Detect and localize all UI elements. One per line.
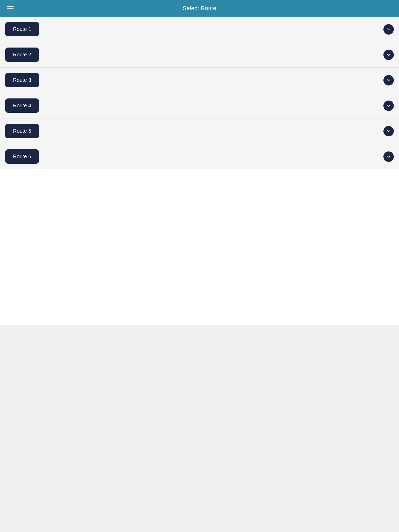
- route-chevron-3[interactable]: [383, 75, 394, 85]
- route-item[interactable]: Route 6: [0, 144, 399, 169]
- route-badge-2[interactable]: Route 2: [5, 48, 39, 62]
- route-item[interactable]: Route 4: [0, 93, 399, 118]
- content-area: [0, 169, 399, 325]
- chevron-down-icon: [386, 52, 391, 57]
- routes-list: Route 1 Route 2 Route 3 Route 4 Route 5 …: [0, 17, 399, 169]
- menu-button[interactable]: [5, 4, 16, 12]
- hamburger-line-1: [7, 6, 14, 7]
- route-badge-3[interactable]: Route 3: [5, 73, 39, 87]
- route-badge-5[interactable]: Route 5: [5, 124, 39, 138]
- route-badge-1[interactable]: Route 1: [5, 22, 39, 36]
- app-header: Select Route: [0, 0, 399, 17]
- route-item[interactable]: Route 3: [0, 68, 399, 93]
- route-chevron-1[interactable]: [383, 24, 394, 35]
- page-title: Select Route: [183, 5, 216, 12]
- route-chevron-2[interactable]: [383, 50, 394, 60]
- hamburger-line-2: [7, 8, 14, 9]
- route-chevron-5[interactable]: [383, 126, 394, 136]
- chevron-down-icon: [386, 103, 391, 108]
- route-item[interactable]: Route 1: [0, 17, 399, 42]
- route-chevron-6[interactable]: [383, 151, 394, 162]
- chevron-down-icon: [386, 27, 391, 32]
- hamburger-line-3: [7, 10, 14, 10]
- chevron-down-icon: [386, 78, 391, 83]
- route-item[interactable]: Route 2: [0, 42, 399, 68]
- route-badge-6[interactable]: Route 6: [5, 149, 39, 164]
- route-chevron-4[interactable]: [383, 101, 394, 111]
- chevron-down-icon: [386, 129, 391, 134]
- route-item[interactable]: Route 5: [0, 118, 399, 144]
- route-badge-4[interactable]: Route 4: [5, 98, 39, 113]
- chevron-down-icon: [386, 154, 391, 159]
